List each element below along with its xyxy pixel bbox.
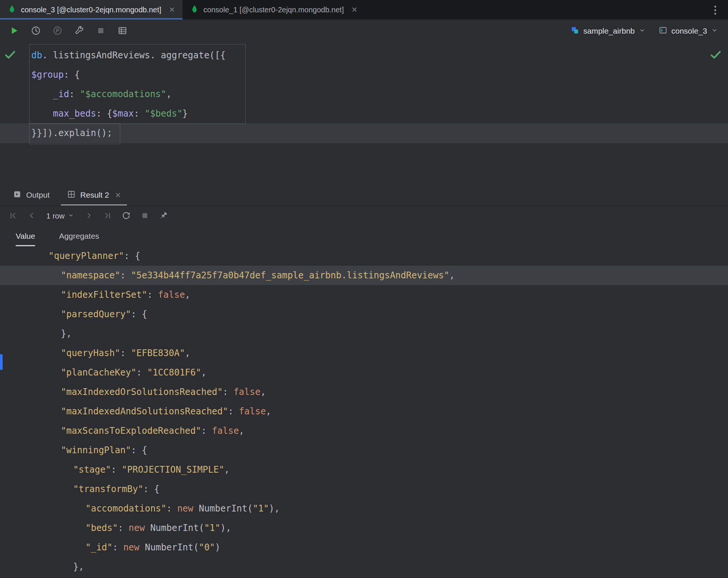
- kebab-menu-icon[interactable]: ⋮: [703, 0, 728, 19]
- result-row[interactable]: },: [0, 557, 728, 577]
- chevron-right-icon: [84, 211, 93, 221]
- code-line[interactable]: db. listingsAndReviews. aggregate([{: [0, 46, 728, 65]
- code-line[interactable]: $group: {: [0, 65, 728, 84]
- tab-output-label: Output: [26, 191, 50, 200]
- console-selector[interactable]: console_3: [659, 26, 718, 37]
- application-window: console_3 [@cluster0-2ejqn.mongodb.net] …: [0, 0, 728, 578]
- result-row[interactable]: "maxIndexedAndSolutionsReached": false,: [0, 402, 728, 421]
- close-tab-icon[interactable]: ✕: [169, 5, 175, 14]
- stop-icon: [140, 211, 150, 222]
- result-row[interactable]: "maxScansToExplodeReached": false,: [0, 421, 728, 441]
- page-size-selector[interactable]: 1 row: [42, 212, 79, 220]
- result-row[interactable]: "beds": new NumberInt("1"),: [0, 518, 728, 538]
- result-row[interactable]: },: [0, 324, 728, 343]
- result-row[interactable]: "planCacheKey": "1CC801F6",: [0, 363, 728, 382]
- result-row[interactable]: "_id": new NumberInt("0"): [0, 538, 728, 557]
- stop-icon: [96, 25, 106, 37]
- output-tab-strip: Output Result 2 ✕: [0, 185, 728, 206]
- result-row[interactable]: "transformBy": {: [0, 479, 728, 499]
- result-row[interactable]: "queryPlanner": {: [0, 246, 728, 266]
- console-selector-label: console_3: [671, 27, 707, 35]
- console-icon: [659, 26, 668, 37]
- result-row[interactable]: "parsedQuery": {: [0, 305, 728, 324]
- code-lines: db. listingsAndReviews. aggregate([{$gro…: [0, 46, 728, 143]
- result-row[interactable]: "winningPlan": {: [0, 441, 728, 460]
- chevron-down-icon: [638, 27, 646, 36]
- play-icon: [9, 25, 19, 37]
- tab-value-label: Value: [16, 232, 35, 241]
- mongodb-leaf-icon: [190, 4, 199, 15]
- chevron-down-icon: [68, 212, 74, 220]
- stop-button[interactable]: [92, 22, 110, 40]
- grid-icon: [67, 190, 76, 201]
- result-row[interactable]: "accomodations": new NumberInt("1"),: [0, 499, 728, 518]
- close-result-icon[interactable]: ✕: [115, 191, 121, 200]
- chevron-down-icon: [711, 27, 718, 36]
- stop-query-button[interactable]: [136, 208, 153, 224]
- settings-wrench-button[interactable]: [70, 22, 88, 40]
- tab-result-2[interactable]: Result 2 ✕: [61, 185, 127, 205]
- left-edge-marker: [0, 354, 3, 370]
- result-view-tabs: Value Aggregates: [0, 226, 728, 246]
- results-view-button[interactable]: [113, 22, 131, 40]
- svg-text:P: P: [56, 27, 59, 33]
- tab-result-label: Result 2: [80, 191, 109, 200]
- wrench-icon: [74, 25, 84, 37]
- code-line[interactable]: max_beds: {$max: "$beds"}: [0, 104, 728, 123]
- result-row[interactable]: "stage": "PROJECTION_SIMPLE",: [0, 460, 728, 479]
- result-row[interactable]: "maxIndexedOrSolutionsReached": false,: [0, 382, 728, 402]
- mongodb-leaf-icon: [7, 4, 16, 15]
- page-size-label: 1 row: [46, 212, 65, 220]
- next-page-button[interactable]: [80, 208, 97, 224]
- tab-aggregates[interactable]: Aggregates: [59, 226, 99, 246]
- parameters-icon: P: [52, 25, 63, 37]
- tabbar-spacer: [365, 0, 703, 19]
- parameters-button[interactable]: P: [49, 22, 66, 40]
- result-grid[interactable]: "queryPlanner": {"namespace": "5e334b44f…: [0, 246, 728, 578]
- last-page-button[interactable]: [99, 208, 116, 224]
- close-tab-icon[interactable]: ✕: [351, 5, 358, 14]
- database-selector[interactable]: sample_airbnb: [570, 26, 646, 37]
- pin-icon: [159, 211, 168, 222]
- first-page-icon: [9, 211, 18, 221]
- tab-aggregates-label: Aggregates: [59, 232, 99, 241]
- result-row[interactable]: "queryHash": "EFBE830A",: [0, 343, 728, 363]
- last-page-icon: [103, 211, 112, 221]
- database-selector-label: sample_airbnb: [583, 27, 635, 35]
- code-line[interactable]: _id: "$accomodations",: [0, 84, 728, 104]
- chevron-left-icon: [27, 211, 36, 221]
- history-button[interactable]: [27, 22, 45, 40]
- first-page-button[interactable]: [4, 208, 22, 224]
- result-row[interactable]: "indexFilterSet": false,: [0, 285, 728, 305]
- pin-tab-button[interactable]: [155, 208, 172, 224]
- code-editor[interactable]: db. listingsAndReviews. aggregate([{$gro…: [0, 43, 728, 185]
- editor-tab-title: console_1 [@cluster0-2ejqn.mongodb.net]: [203, 6, 344, 14]
- database-icon: [570, 26, 579, 37]
- editor-tab-console-1[interactable]: console_1 [@cluster0-2ejqn.mongodb.net] …: [183, 0, 365, 19]
- toolbar-right: sample_airbnb console_3: [570, 26, 723, 37]
- result-pagination-toolbar: 1 row: [0, 206, 728, 226]
- result-row[interactable]: "namespace": "5e334b44ff7a25f7a0b47def_s…: [0, 266, 728, 285]
- terminal-icon: [13, 190, 22, 201]
- tab-value[interactable]: Value: [16, 226, 35, 246]
- refresh-icon: [121, 211, 131, 222]
- clock-icon: [31, 25, 41, 37]
- editor-tab-title: console_3 [@cluster0-2ejqn.mongodb.net]: [21, 6, 161, 14]
- tab-output[interactable]: Output: [7, 185, 56, 205]
- reload-button[interactable]: [118, 208, 135, 224]
- editor-tab-console-3[interactable]: console_3 [@cluster0-2ejqn.mongodb.net] …: [0, 0, 183, 19]
- previous-page-button[interactable]: [23, 208, 40, 224]
- console-toolbar: P sample_airbnb console_3: [0, 19, 728, 43]
- output-panel: Output Result 2 ✕ 1 row: [0, 185, 728, 578]
- editor-tab-bar: console_3 [@cluster0-2ejqn.mongodb.net] …: [0, 0, 728, 19]
- run-button[interactable]: [5, 22, 23, 40]
- code-line[interactable]: }}]).explain();: [0, 123, 728, 143]
- table-icon: [117, 25, 128, 37]
